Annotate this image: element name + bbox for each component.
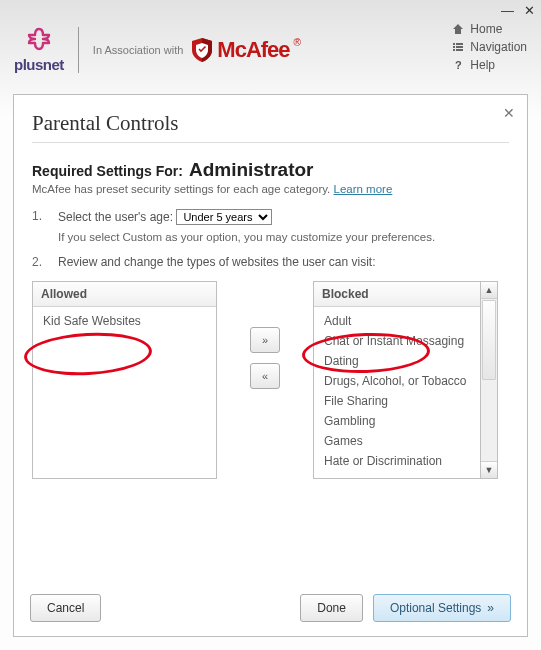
blocked-scrollbar[interactable]: ▲ ▼: [481, 281, 498, 479]
svg-rect-3: [456, 46, 463, 48]
nav-navigation[interactable]: Navigation: [452, 40, 527, 54]
required-settings-value: Administrator: [189, 159, 314, 181]
required-settings-label: Required Settings For:: [32, 163, 183, 179]
subtext-text: McAfee has preset security settings for …: [32, 183, 330, 195]
mcafee-trademark: ®: [294, 37, 301, 48]
list-item[interactable]: File Sharing: [314, 391, 480, 411]
nav-home[interactable]: Home: [452, 22, 527, 36]
required-settings-subtext: McAfee has preset security settings for …: [32, 183, 509, 195]
step-1-hint: If you select Custom as your option, you…: [58, 231, 509, 243]
nav-help[interactable]: ? Help: [452, 58, 527, 72]
list-item[interactable]: Chat or Instant Messaging: [314, 331, 480, 351]
nav-help-label: Help: [470, 58, 495, 72]
list-item[interactable]: Dating: [314, 351, 480, 371]
step-2: 2. Review and change the types of websit…: [32, 255, 509, 269]
step-1-label: Select the user's age:: [58, 210, 173, 224]
panel-close-button[interactable]: ✕: [503, 105, 515, 121]
blocked-listbox[interactable]: Blocked AdultChat or Instant MessagingDa…: [313, 281, 481, 479]
chevron-right-icon: »: [487, 601, 494, 615]
parental-controls-panel: ✕ Parental Controls Required Settings Fo…: [13, 94, 528, 637]
blocked-items: AdultChat or Instant MessagingDatingDrug…: [314, 307, 480, 478]
mcafee-shield-icon: [191, 37, 213, 63]
move-left-button[interactable]: «: [250, 363, 280, 389]
steps: 1. Select the user's age: Under 5 years …: [32, 209, 509, 269]
move-right-button[interactable]: »: [250, 327, 280, 353]
nav-navigation-label: Navigation: [470, 40, 527, 54]
panel-footer: Cancel Done Optional Settings »: [14, 580, 527, 636]
allowed-items: Kid Safe Websites: [33, 307, 216, 478]
plusnet-flower-icon: [23, 26, 55, 58]
svg-rect-0: [453, 43, 455, 45]
association-label: In Association with: [93, 44, 184, 56]
mcafee-logo: McAfee ®: [191, 37, 301, 63]
required-settings-heading: Required Settings For: Administrator: [32, 159, 509, 181]
step-1: 1. Select the user's age: Under 5 years …: [32, 209, 509, 243]
list-item[interactable]: Hate or Discrimination: [314, 451, 480, 471]
window-close-button[interactable]: ✕: [524, 3, 535, 18]
done-button[interactable]: Done: [300, 594, 363, 622]
allowed-listbox[interactable]: Allowed Kid Safe Websites: [32, 281, 217, 479]
step-2-number: 2.: [32, 255, 46, 269]
optional-settings-label: Optional Settings: [390, 601, 481, 615]
category-lists: Allowed Kid Safe Websites » « Blocked Ad…: [32, 281, 509, 479]
scroll-up-button[interactable]: ▲: [481, 282, 497, 299]
mover-buttons: » «: [217, 281, 313, 389]
step-2-label: Review and change the types of websites …: [58, 255, 376, 269]
mcafee-wordmark: McAfee: [217, 37, 289, 63]
blocked-header: Blocked: [314, 282, 480, 307]
svg-rect-1: [456, 43, 463, 45]
svg-rect-4: [453, 49, 455, 51]
help-icon: ?: [452, 59, 464, 71]
footer-right-buttons: Done Optional Settings »: [300, 594, 511, 622]
plusnet-logo: plusnet: [14, 26, 64, 73]
list-item[interactable]: Drugs, Alcohol, or Tobacco: [314, 371, 480, 391]
learn-more-link[interactable]: Learn more: [334, 183, 393, 195]
user-age-select[interactable]: Under 5 years: [176, 209, 272, 225]
optional-settings-button[interactable]: Optional Settings »: [373, 594, 511, 622]
window-titlebar: — ✕: [0, 0, 541, 20]
list-item[interactable]: Games: [314, 431, 480, 451]
plusnet-wordmark: plusnet: [14, 56, 64, 73]
list-item[interactable]: Gambling: [314, 411, 480, 431]
list-item[interactable]: Kid Safe Websites: [33, 311, 216, 331]
allowed-header: Allowed: [33, 282, 216, 307]
cancel-button[interactable]: Cancel: [30, 594, 101, 622]
nav-home-label: Home: [470, 22, 502, 36]
svg-rect-2: [453, 46, 455, 48]
header-divider: [78, 27, 79, 73]
svg-rect-5: [456, 49, 463, 51]
home-icon: [452, 23, 464, 35]
scroll-thumb[interactable]: [482, 300, 496, 380]
list-item[interactable]: Adult: [314, 311, 480, 331]
minimize-button[interactable]: —: [501, 3, 514, 18]
panel-title: Parental Controls: [32, 111, 509, 136]
step-1-number: 1.: [32, 209, 46, 243]
scroll-down-button[interactable]: ▼: [481, 461, 497, 478]
panel-separator: [32, 142, 509, 143]
header-nav: Home Navigation ? Help: [452, 22, 527, 72]
list-icon: [452, 41, 464, 53]
blocked-listbox-wrap: Blocked AdultChat or Instant MessagingDa…: [313, 281, 498, 479]
